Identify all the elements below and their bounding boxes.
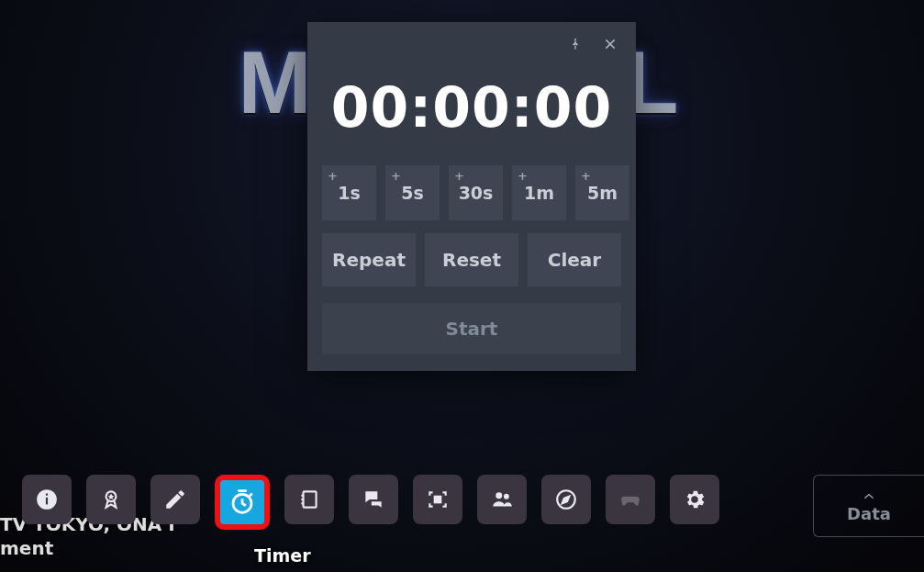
svg-rect-2 bbox=[46, 494, 48, 496]
data-edge-button[interactable]: Data bbox=[813, 475, 924, 537]
preset-5m[interactable]: +5m bbox=[575, 165, 629, 220]
tool-timer[interactable] bbox=[215, 475, 270, 530]
tool-chat[interactable] bbox=[349, 475, 398, 524]
credit-line-2: ment bbox=[0, 537, 53, 559]
tool-notes[interactable] bbox=[284, 475, 334, 524]
main-toolbar bbox=[22, 475, 719, 530]
tool-settings[interactable] bbox=[670, 475, 719, 524]
timer-display: 00:00:00 bbox=[307, 59, 636, 165]
close-icon[interactable] bbox=[603, 37, 618, 55]
svg-point-10 bbox=[495, 492, 502, 499]
svg-point-11 bbox=[504, 494, 509, 499]
svg-rect-9 bbox=[435, 497, 441, 503]
clear-button[interactable]: Clear bbox=[528, 233, 621, 286]
toolbar-active-label: Timer bbox=[254, 545, 311, 566]
tool-friends[interactable] bbox=[477, 475, 527, 524]
preset-1s[interactable]: +1s bbox=[322, 165, 376, 220]
data-edge-label: Data bbox=[847, 504, 891, 523]
pin-icon[interactable] bbox=[568, 37, 583, 55]
timer-panel: 00:00:00 +1s +5s +30s +1m +5m Repeat Res… bbox=[307, 22, 636, 371]
tool-explore[interactable] bbox=[541, 475, 591, 524]
tool-capture[interactable] bbox=[413, 475, 462, 524]
svg-rect-1 bbox=[46, 498, 48, 505]
preset-30s[interactable]: +30s bbox=[449, 165, 503, 220]
chevron-up-icon bbox=[859, 489, 879, 502]
preset-row: +1s +5s +30s +1m +5m bbox=[307, 165, 636, 233]
repeat-button[interactable]: Repeat bbox=[322, 233, 416, 286]
reset-button[interactable]: Reset bbox=[425, 233, 518, 286]
tool-controller[interactable] bbox=[606, 475, 655, 524]
preset-1m[interactable]: +1m bbox=[512, 165, 566, 220]
tool-edit[interactable] bbox=[150, 475, 200, 524]
svg-rect-5 bbox=[304, 491, 317, 507]
preset-5s[interactable]: +5s bbox=[385, 165, 440, 220]
start-button[interactable]: Start bbox=[322, 303, 621, 354]
tool-info[interactable] bbox=[22, 475, 72, 524]
action-row: Repeat Reset Clear bbox=[307, 233, 636, 299]
tool-badges[interactable] bbox=[86, 475, 136, 524]
